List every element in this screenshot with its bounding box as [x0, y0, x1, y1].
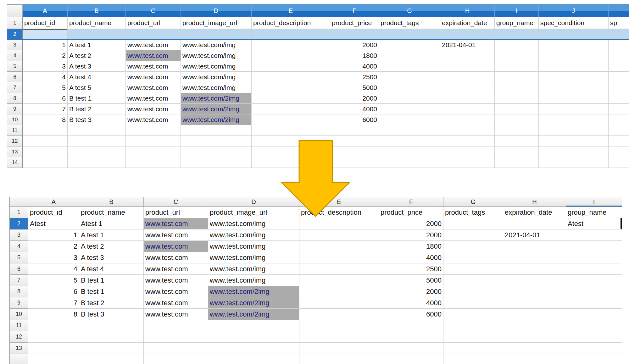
cell-E6[interactable]: [252, 72, 330, 82]
cell-I13[interactable]: [495, 146, 539, 157]
cell-E3[interactable]: [299, 229, 379, 241]
column-header-G[interactable]: G: [379, 4, 440, 17]
cell-G11[interactable]: [379, 125, 440, 136]
cell-F13[interactable]: [379, 343, 443, 354]
cell-D11[interactable]: [181, 125, 252, 136]
row-header-1[interactable]: 1: [9, 207, 28, 218]
cell-K10[interactable]: [609, 114, 629, 125]
row-header-1[interactable]: 1: [7, 17, 23, 29]
cell-G2[interactable]: [443, 218, 503, 229]
column-header-I[interactable]: I: [566, 197, 622, 207]
cell-D4[interactable]: www.test.com/img: [208, 241, 299, 252]
cell-E10[interactable]: [299, 309, 379, 320]
row-header-partial[interactable]: [9, 354, 28, 364]
cell-J10[interactable]: [539, 114, 609, 125]
cell-G10[interactable]: [443, 309, 503, 320]
cell-D12[interactable]: [181, 136, 252, 146]
cell-B14[interactable]: [79, 354, 144, 364]
cell-I14[interactable]: [495, 157, 539, 168]
cell-J13[interactable]: [539, 146, 609, 157]
cell-G13[interactable]: [443, 343, 503, 354]
cell-G12[interactable]: [443, 331, 503, 343]
row-header-7[interactable]: 7: [7, 82, 23, 93]
cell-A8[interactable]: 6: [23, 93, 68, 104]
cell-F1[interactable]: product_price: [379, 207, 443, 218]
cell-G1[interactable]: product_tags: [379, 17, 440, 29]
cell-G10[interactable]: [379, 114, 440, 125]
cell-H10[interactable]: [503, 309, 566, 320]
cell-G6[interactable]: [379, 72, 440, 82]
cell-H5[interactable]: [440, 61, 495, 72]
cell-I9[interactable]: [566, 297, 622, 309]
cell-B6[interactable]: A test 4: [68, 72, 126, 82]
column-header-H[interactable]: H: [503, 197, 566, 207]
cell-F7[interactable]: 5000: [379, 275, 443, 286]
cell-I14[interactable]: [566, 354, 622, 364]
cell-H3[interactable]: 2021-04-01: [440, 40, 495, 50]
cell-J1[interactable]: spec_condition: [539, 17, 609, 29]
cell-C1[interactable]: product_url: [144, 207, 208, 218]
row-header-14[interactable]: 14: [7, 157, 23, 168]
cell-H13[interactable]: [503, 343, 566, 354]
cell-K2[interactable]: [609, 29, 629, 40]
cell-H11[interactable]: [503, 320, 566, 331]
cell-E4[interactable]: [252, 50, 330, 61]
cell-A5[interactable]: 3: [28, 252, 79, 263]
cell-C10[interactable]: www.test.com: [126, 114, 181, 125]
cell-D13[interactable]: [181, 146, 252, 157]
cell-F8[interactable]: 2000: [330, 93, 379, 104]
cell-A4[interactable]: 2: [28, 241, 79, 252]
cell-J4[interactable]: [539, 50, 609, 61]
cell-D14[interactable]: [181, 157, 252, 168]
cell-A2[interactable]: [23, 29, 68, 40]
cell-D11[interactable]: [208, 320, 299, 331]
cell-C6[interactable]: www.test.com: [126, 72, 181, 82]
cell-C9[interactable]: www.test.com: [126, 104, 181, 114]
cell-I2[interactable]: [495, 29, 539, 40]
column-header-E[interactable]: E: [299, 197, 379, 207]
cell-B8[interactable]: B test 1: [79, 286, 144, 297]
cell-B2[interactable]: [68, 29, 126, 40]
cell-K1[interactable]: sp: [609, 17, 629, 29]
cell-D4[interactable]: www.test.com/img: [181, 50, 252, 61]
cell-I10[interactable]: [495, 114, 539, 125]
cell-G4[interactable]: [443, 241, 503, 252]
cell-A2[interactable]: Atest: [28, 218, 79, 229]
cell-H7[interactable]: [440, 82, 495, 93]
cell-E12[interactable]: [252, 136, 330, 146]
cell-F10[interactable]: 6000: [379, 309, 443, 320]
cell-I4[interactable]: [566, 241, 622, 252]
cell-E11[interactable]: [252, 125, 330, 136]
cell-H4[interactable]: [503, 241, 566, 252]
cell-K4[interactable]: [609, 50, 629, 61]
cell-B8[interactable]: B test 1: [68, 93, 126, 104]
cell-B10[interactable]: B test 3: [68, 114, 126, 125]
cell-E10[interactable]: [252, 114, 330, 125]
cell-A11[interactable]: [23, 125, 68, 136]
cell-B11[interactable]: [68, 125, 126, 136]
cell-C2[interactable]: [126, 29, 181, 40]
cell-G5[interactable]: [379, 61, 440, 72]
cell-B13[interactable]: [68, 146, 126, 157]
cell-E5[interactable]: [252, 61, 330, 72]
cell-J11[interactable]: [539, 125, 609, 136]
cell-E6[interactable]: [299, 263, 379, 275]
cell-D6[interactable]: www.test.com/img: [208, 263, 299, 275]
cell-C6[interactable]: www.test.com: [144, 263, 208, 275]
cell-H7[interactable]: [503, 275, 566, 286]
cell-J7[interactable]: [539, 82, 609, 93]
cell-C2[interactable]: www.test.com: [144, 218, 208, 229]
row-header-6[interactable]: 6: [9, 263, 28, 275]
cell-D5[interactable]: www.test.com/img: [181, 61, 252, 72]
cell-A14[interactable]: [23, 157, 68, 168]
cell-F14[interactable]: [379, 354, 443, 364]
row-header-3[interactable]: 3: [9, 229, 28, 241]
cell-I11[interactable]: [495, 125, 539, 136]
row-header-13[interactable]: 13: [9, 343, 28, 354]
cell-B5[interactable]: A test 3: [68, 61, 126, 72]
cell-C5[interactable]: www.test.com: [144, 252, 208, 263]
cell-E7[interactable]: [252, 82, 330, 93]
cell-E9[interactable]: [252, 104, 330, 114]
cell-I7[interactable]: [566, 275, 622, 286]
cell-C4[interactable]: www.test.com: [144, 241, 208, 252]
